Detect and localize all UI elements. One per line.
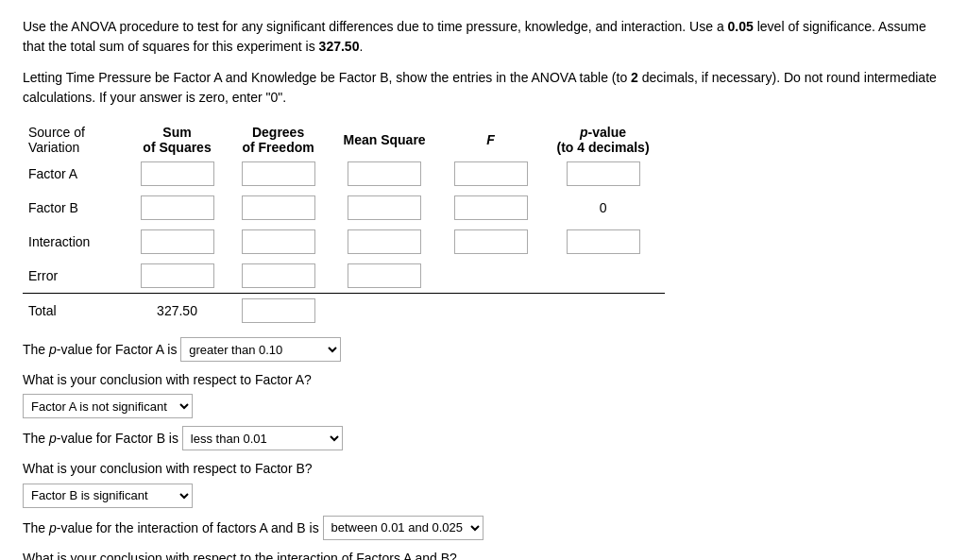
table-row-factor-a: Factor A [23, 157, 665, 191]
factor-b-conclusion-text: What is your conclusion with respect to … [23, 461, 313, 476]
factor-a-sum-input[interactable] [141, 161, 214, 186]
factor-a-f-input[interactable] [454, 161, 528, 186]
col-ms: Mean Square [329, 123, 440, 157]
intro-line2: Letting Time Pressure be Factor A and Kn… [23, 68, 944, 108]
factor-b-sum-cell [127, 191, 228, 225]
interaction-sum-cell [127, 225, 228, 259]
interaction-f-input[interactable] [454, 229, 528, 254]
anova-table: Source ofVariation Sumof Squares Degrees… [23, 123, 665, 328]
factor-b-pvalue-text: The p-value for Factor B is [23, 431, 178, 446]
factor-a-f-cell [440, 157, 541, 191]
table-header-row1: Source ofVariation Sumof Squares Degrees… [23, 123, 665, 157]
error-label: Error [23, 259, 127, 294]
interaction-pvalue-text: The p-value for the interaction of facto… [23, 519, 319, 535]
table-row-total: Total 327.50 [23, 294, 665, 329]
col-sum: Sumof Squares [127, 123, 228, 157]
factor-a-pvalue-select[interactable]: greater than 0.10 between 0.05 and 0.10 … [180, 337, 341, 362]
factor-a-label: Factor A [23, 157, 127, 191]
interaction-conclusion-text: What is your conclusion with respect to … [23, 551, 457, 560]
interaction-pvalue-section: The p-value for the interaction of facto… [23, 516, 944, 540]
interaction-pvalue-input[interactable] [567, 229, 640, 254]
interaction-df-cell [228, 225, 329, 259]
significance-level: 0.05 [728, 19, 754, 34]
total-sum-value: 327.50 [127, 294, 228, 329]
decimal-count: 2 [631, 70, 638, 85]
factor-a-df-input[interactable] [242, 161, 315, 186]
factor-a-conclusion-select[interactable]: Factor A is not significant Factor A is … [23, 394, 193, 418]
table-row-factor-b: Factor B 0 [23, 191, 665, 225]
factor-a-pvalue-input[interactable] [567, 161, 640, 186]
error-sum-input[interactable] [141, 263, 214, 288]
factor-a-pvalue-cell [541, 157, 665, 191]
col-source: Source ofVariation [23, 123, 127, 157]
intro-paragraph: Use the ANOVA procedure to test for any … [23, 17, 944, 57]
interaction-ms-input[interactable] [348, 229, 421, 254]
total-df-input[interactable] [242, 298, 315, 323]
factor-b-f-input[interactable] [454, 195, 528, 220]
error-f-cell [440, 259, 541, 294]
error-pvalue-cell [541, 259, 665, 294]
col-f: F [440, 123, 541, 157]
factor-b-pvalue-section: The p-value for Factor B is greater than… [23, 426, 944, 450]
factor-b-ms-cell [329, 191, 440, 225]
factor-b-label: Factor B [23, 191, 127, 225]
error-ms-cell [329, 259, 440, 294]
factor-b-pvalue-cell: 0 [541, 191, 665, 225]
factor-a-pvalue-section: The p-value for Factor A is greater than… [23, 337, 944, 362]
interaction-pvalue-select[interactable]: greater than 0.10 between 0.05 and 0.10 … [323, 516, 484, 540]
factor-a-pvalue-text: The p-value for Factor A is [23, 342, 177, 357]
factor-b-f-cell [440, 191, 541, 225]
factor-b-conclusion-label: What is your conclusion with respect to … [23, 458, 944, 479]
factor-b-pvalue-select[interactable]: greater than 0.10 between 0.05 and 0.10 … [182, 426, 343, 450]
factor-a-conclusion-text: What is your conclusion with respect to … [23, 372, 312, 387]
factor-b-conclusion-section: Factor B is not significant Factor B is … [23, 484, 944, 508]
error-ms-input[interactable] [348, 263, 421, 288]
interaction-pvalue-cell [541, 225, 665, 259]
interaction-conclusion-label: What is your conclusion with respect to … [23, 548, 944, 560]
factor-b-df-input[interactable] [242, 195, 315, 220]
factor-a-df-cell [228, 157, 329, 191]
error-sum-cell [127, 259, 228, 294]
interaction-label: Interaction [23, 225, 127, 259]
factor-b-sum-input[interactable] [141, 195, 214, 220]
factor-a-ms-input[interactable] [348, 161, 421, 186]
factor-a-sum-cell [127, 157, 228, 191]
col-df: Degreesof Freedom [228, 123, 329, 157]
factor-a-ms-cell [329, 157, 440, 191]
interaction-f-cell [440, 225, 541, 259]
total-df-cell [228, 294, 329, 329]
table-row-interaction: Interaction [23, 225, 665, 259]
factor-b-conclusion-select[interactable]: Factor B is not significant Factor B is … [23, 484, 193, 508]
interaction-sum-input[interactable] [141, 229, 214, 254]
interaction-ms-cell [329, 225, 440, 259]
table-row-error: Error [23, 259, 665, 294]
factor-a-conclusion-section: Factor A is not significant Factor A is … [23, 394, 944, 418]
factor-b-df-cell [228, 191, 329, 225]
factor-b-ms-input[interactable] [348, 195, 421, 220]
interaction-df-input[interactable] [242, 229, 315, 254]
col-pvalue: p-value(to 4 decimals) [541, 123, 665, 157]
total-label: Total [23, 294, 127, 329]
factor-a-conclusion-label: What is your conclusion with respect to … [23, 369, 944, 390]
error-df-cell [228, 259, 329, 294]
error-df-input[interactable] [242, 263, 315, 288]
total-ss-value: 327.50 [319, 39, 360, 54]
intro-line1: Use the ANOVA procedure to test for any … [23, 19, 926, 54]
